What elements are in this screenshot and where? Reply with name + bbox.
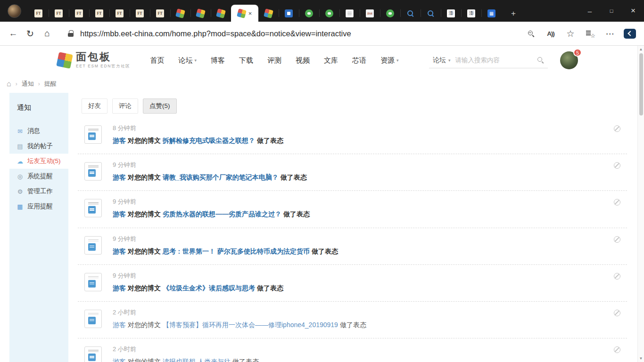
sidebar-item-messages[interactable]: ✉消息 (9, 123, 68, 139)
blog-post-icon (84, 199, 102, 217)
tab-friends[interactable]: 好友 (82, 99, 107, 114)
breadcrumb-remind-link[interactable]: 提醒 (44, 80, 57, 88)
back-button[interactable]: ← (5, 25, 22, 42)
browser-tab[interactable] (339, 5, 360, 22)
more-menu-icon[interactable]: ⋯ (602, 25, 619, 42)
breadcrumb-home-icon[interactable]: ⌂ (7, 80, 11, 88)
nav-item-review[interactable]: 评测 (267, 56, 281, 65)
notification-title-link[interactable]: 读报也联想 人类来与往 (163, 358, 231, 362)
tab-comments[interactable]: 评论 (112, 99, 138, 114)
notification-title-link[interactable]: 思考：世界第一！ 萨尔瓦多使比特币成为法定货币 (163, 247, 310, 255)
browser-tab[interactable] (380, 5, 400, 22)
search-category-dropdown[interactable]: 论坛▾ (433, 56, 451, 65)
browser-tab[interactable]: FT (49, 5, 69, 22)
notification-user-link[interactable]: 游客 (113, 210, 126, 218)
browser-tab[interactable] (400, 5, 421, 22)
browser-tab-active[interactable]: × (231, 5, 258, 22)
ignore-icon[interactable] (614, 273, 620, 280)
tab-close-icon[interactable]: × (248, 10, 252, 16)
tab-likes[interactable]: 点赞(5) (143, 99, 177, 114)
home-button[interactable]: ⌂ (39, 25, 56, 42)
browser-tab[interactable]: 澎 (461, 5, 481, 22)
notification-text: 对您的博文 (128, 321, 161, 329)
nav-item-forum[interactable]: 论坛▾ (178, 56, 197, 65)
notification-title-link[interactable]: 《垃圾生金术》读后感叹与思考 (163, 284, 255, 292)
notification-user-link[interactable]: 游客 (113, 284, 126, 292)
browser-tab[interactable] (279, 5, 299, 22)
ignore-icon[interactable] (614, 346, 620, 353)
notification-user-link[interactable]: 游客 (113, 173, 126, 181)
nav-item-library[interactable]: 文库 (324, 56, 338, 65)
browser-tab[interactable]: FT (28, 5, 49, 22)
address-url[interactable]: https://mbb.eet-china.com/home.php?mod=s… (80, 29, 518, 38)
browser-tab[interactable]: FT (89, 5, 109, 22)
nav-item-resources[interactable]: 资源▾ (380, 56, 399, 65)
nav-item-download[interactable]: 下载 (239, 56, 253, 65)
sidebar-toggle-icon[interactable] (621, 25, 638, 42)
nav-item-blog[interactable]: 博客 (211, 56, 225, 65)
read-aloud-icon[interactable]: A)) (542, 25, 559, 42)
sidebar-item-interactions[interactable]: ☁坛友互动(5) (9, 154, 68, 169)
minimize-button[interactable]: – (579, 0, 601, 22)
lock-icon[interactable] (68, 30, 74, 37)
browser-tab[interactable] (481, 5, 502, 22)
browser-tab[interactable] (299, 5, 319, 22)
browser-tab[interactable]: FT (109, 5, 130, 22)
browser-tab[interactable] (190, 5, 211, 22)
ignore-icon[interactable] (614, 125, 620, 132)
notification-user-link[interactable]: 游客 (113, 321, 126, 329)
sidebar-item-system[interactable]: ◎系统提醒 (9, 169, 68, 184)
notification-title-link[interactable]: 【博客预赛】循环再用一次体会——修理iphone4_20190919 (163, 321, 338, 329)
favicon-chat-icon (305, 9, 313, 17)
zoom-out-icon[interactable] (522, 25, 539, 42)
ignore-icon[interactable] (614, 162, 620, 169)
notification-item: 2 小时前 游客对您的博文【博客预赛】循环再用一次体会——修理iphone4_2… (78, 302, 627, 338)
ignore-icon[interactable] (614, 310, 620, 316)
browser-tab[interactable]: 澎 (441, 5, 461, 22)
browser-tab[interactable]: FT (150, 5, 170, 22)
new-tab-button[interactable]: + (505, 6, 521, 22)
browser-profile-avatar[interactable] (8, 4, 21, 18)
notification-title-link[interactable]: 请教_我该购买那个厂家的笔记本电脑？ (163, 173, 279, 181)
notification-text: 对您的博文 (128, 137, 161, 144)
ignore-icon[interactable] (614, 199, 620, 206)
breadcrumb-notice-link[interactable]: 通知 (22, 80, 34, 88)
maximize-button[interactable]: □ (601, 0, 622, 22)
page-scrollbar[interactable]: ▲ ▼ (637, 46, 644, 362)
favicon-link-icon: link (366, 9, 374, 17)
browser-tab[interactable]: link (360, 5, 380, 22)
scrollbar-thumb[interactable] (639, 53, 643, 115)
search-icon[interactable] (537, 57, 544, 64)
nav-item-xinyu[interactable]: 芯语 (352, 56, 366, 65)
scroll-down-icon[interactable]: ▼ (638, 356, 644, 361)
close-button[interactable]: × (622, 0, 644, 22)
browser-tab[interactable] (258, 5, 279, 22)
notification-title-link[interactable]: 拆解检修充电式吸尘器之联想？ (163, 137, 255, 144)
scroll-up-icon[interactable]: ▲ (638, 47, 644, 51)
notification-user-link[interactable]: 游客 (113, 137, 126, 144)
refresh-button[interactable]: ↻ (22, 25, 39, 42)
browser-tab[interactable] (421, 5, 441, 22)
sidebar-item-apps[interactable]: ▦应用提醒 (9, 199, 68, 214)
search-input[interactable] (455, 57, 532, 64)
nav-item-video[interactable]: 视频 (296, 56, 310, 65)
browser-tab[interactable] (319, 5, 339, 22)
sidebar-item-admin[interactable]: ⚙管理工作 (9, 184, 68, 199)
notification-user-link[interactable]: 游客 (113, 247, 126, 255)
nav-label: 博客 (211, 56, 225, 65)
user-avatar[interactable]: 5 (560, 51, 578, 69)
notice-main: 好友 评论 点赞(5) 8 分钟前 游客对您的博文拆解检修充电式吸尘器之联想？做… (78, 93, 627, 362)
browser-tab[interactable] (170, 5, 190, 22)
browser-tab[interactable]: FT (69, 5, 89, 22)
browser-tab[interactable]: FT (130, 5, 150, 22)
add-favorite-star-icon[interactable]: ☆ (562, 25, 579, 42)
notification-user-link[interactable]: 游客 (113, 358, 126, 362)
sidebar-item-my-posts[interactable]: ▤我的帖子 (9, 139, 68, 154)
notification-title-link[interactable]: 劣质热水器的联想——劣质产品谁之过？ (163, 210, 281, 218)
nav-item-home[interactable]: 首页 (150, 56, 164, 65)
ignore-icon[interactable] (614, 236, 620, 243)
site-logo[interactable]: 面包板 EET ESM EDN官方社区 (58, 51, 130, 69)
browser-tab[interactable] (211, 5, 231, 22)
favorites-hub-icon[interactable] (582, 25, 599, 42)
notice-tabs: 好友 评论 点赞(5) (78, 93, 627, 117)
